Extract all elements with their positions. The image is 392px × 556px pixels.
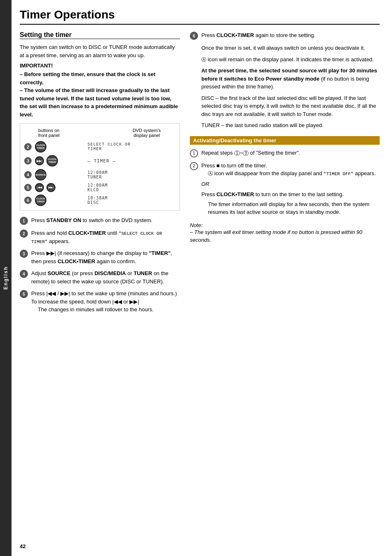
right-step-num-6: 6 bbox=[190, 32, 198, 40]
clock-timer-btn-2: CLOCKTIMER bbox=[35, 141, 46, 153]
step-num-2: 2 bbox=[20, 229, 28, 238]
important-block: IMPORTANT! – Before setting the timer, e… bbox=[20, 63, 180, 118]
diagram-row-3: 3 ▶▶| CLOCKTIMER – TIMER – bbox=[24, 155, 175, 167]
clock-timer-btn-3: CLOCKTIMER bbox=[46, 155, 58, 167]
source-btn: SOURCE bbox=[35, 169, 46, 181]
diagram-row-6: 6 CLOCKTIMER 10:38AMDISC bbox=[24, 195, 175, 206]
step-num-1: 1 bbox=[20, 217, 28, 225]
step-6-bold: At the preset time, the selected sound s… bbox=[201, 67, 380, 91]
search-fwd-btn: ▶▶| bbox=[46, 183, 55, 192]
note-text: – The system will exit timer setting mod… bbox=[190, 228, 380, 244]
step-text-5: Press |◀◀ / ▶▶| to set the wake up time … bbox=[31, 290, 180, 314]
diagram-row-2: 2 CLOCKTIMER SELECT CLOCK OR TIMER bbox=[24, 141, 175, 153]
search-bwd-btn: |◀◀ bbox=[35, 183, 44, 192]
main-content: Timer Operations Setting the timer The s… bbox=[12, 0, 392, 556]
step-item-3: 3 Press ▶▶| (if necessary) to change the… bbox=[20, 249, 180, 265]
step-text-3: Press ▶▶| (if necessary) to change the d… bbox=[31, 249, 180, 265]
right-column: 6 Press CLOCK•TIMER again to store the s… bbox=[190, 31, 380, 318]
act-step-num-2: 2 bbox=[190, 162, 198, 170]
act-step-2-or-sub2: The timer information will display for a… bbox=[208, 200, 380, 216]
step-text-1: Press STANDBY ON to switch on the DVD sy… bbox=[31, 216, 180, 225]
act-step-2-or-sub: Press CLOCK•TIMER to turn on the timer t… bbox=[201, 190, 380, 199]
step-item-2: 2 Press and hold CLOCK•TIMER until "SELE… bbox=[20, 229, 180, 245]
side-tab: English bbox=[0, 0, 12, 556]
diagram-right-label: DVD system's display panel bbox=[118, 128, 175, 138]
diagram-row-5: 5 |◀◀ ▶▶| 12:00AMKLCD bbox=[24, 183, 175, 192]
step-item-4: 4 Adjust SOURCE (or press DISC/MEDIA or … bbox=[20, 269, 180, 285]
diagram-buttons-5: |◀◀ ▶▶| bbox=[35, 183, 84, 192]
right-step-text-6: Press CLOCK•TIMER again to store the set… bbox=[201, 31, 380, 39]
step-6-tuner: TUNER – the last tuned radio station wil… bbox=[201, 121, 380, 130]
step-item-1: 1 Press STANDBY ON to switch on the DVD … bbox=[20, 216, 180, 225]
step-num-3: 3 bbox=[20, 250, 28, 258]
clock-timer-btn-6: CLOCKTIMER bbox=[35, 195, 46, 206]
diagram-box: buttons on front panel DVD system's disp… bbox=[20, 123, 180, 211]
diagram-left-label: buttons on front panel bbox=[24, 128, 74, 138]
or-text: OR bbox=[201, 180, 380, 188]
page-title: Timer Operations bbox=[20, 8, 380, 25]
activating-section: Activating/Deactivating the timer 1 Repe… bbox=[190, 136, 380, 244]
step-text-2: Press and hold CLOCK•TIMER until "SELECT… bbox=[31, 229, 180, 245]
act-step-2: 2 Press ■ to turn off the timer. Ⓐ icon … bbox=[190, 162, 380, 216]
right-step-6: 6 Press CLOCK•TIMER again to store the s… bbox=[190, 31, 380, 40]
step-num-5: 5 bbox=[20, 290, 28, 298]
step-item-5: 5 Press |◀◀ / ▶▶| to set the wake up tim… bbox=[20, 290, 180, 314]
diagram-buttons-4: SOURCE bbox=[35, 169, 84, 181]
step-6-disc: DISC – the first track of the last selec… bbox=[201, 94, 380, 118]
skip-fwd-btn: ▶▶| bbox=[35, 156, 44, 165]
display-text-6: 10:38AMDISC bbox=[88, 196, 145, 205]
display-text-2: SELECT CLOCK OR TIMER bbox=[88, 142, 145, 151]
act-step-2-sub: Ⓐ icon will disappear from the display p… bbox=[208, 169, 380, 178]
diagram-step-4: 4 bbox=[24, 171, 32, 178]
step-6-details: Once the timer is set, it will always sw… bbox=[201, 44, 380, 130]
intro-text: The system can switch on to DISC or TUNE… bbox=[20, 43, 180, 59]
setting-timer-heading: Setting the timer bbox=[20, 31, 180, 39]
note-block: Note: – The system will exit timer setti… bbox=[190, 222, 380, 244]
steps-list: 1 Press STANDBY ON to switch on the DVD … bbox=[20, 216, 180, 314]
diagram-buttons-3: ▶▶| CLOCKTIMER bbox=[35, 155, 84, 167]
display-text-5: 12:00AMKLCD bbox=[88, 183, 145, 192]
left-column: Setting the timer The system can switch … bbox=[20, 31, 180, 318]
display-text-4: 12:00AMTUNER bbox=[88, 170, 145, 179]
act-step-num-1: 1 bbox=[190, 149, 198, 158]
act-step-1: 1 Repeat steps 1~3 of "Setting the timer… bbox=[190, 149, 380, 158]
activating-heading: Activating/Deactivating the timer bbox=[190, 136, 380, 145]
diagram-step-3: 3 bbox=[24, 157, 32, 164]
act-step-text-1: Repeat steps 1~3 of "Setting the timer". bbox=[201, 149, 380, 157]
diagram-labels: buttons on front panel DVD system's disp… bbox=[24, 128, 175, 138]
language-label: English bbox=[3, 266, 9, 290]
step-6-icon-note: Ⓐ icon will remain on the display panel.… bbox=[201, 56, 380, 64]
important-label: IMPORTANT! bbox=[20, 63, 180, 69]
diagram-row-4: 4 SOURCE 12:00AMTUNER bbox=[24, 169, 175, 181]
act-step-text-2: Press ■ to turn off the timer. Ⓐ icon wi… bbox=[201, 162, 380, 216]
step-num-4: 4 bbox=[20, 270, 28, 278]
diagram-step-2: 2 bbox=[24, 143, 32, 151]
step-6-sub1: Once the timer is set, it will always sw… bbox=[201, 44, 380, 52]
display-text-3: – TIMER – bbox=[88, 158, 145, 164]
diagram-step-5: 5 bbox=[24, 184, 32, 191]
step-text-4: Adjust SOURCE (or press DISC/MEDIA or TU… bbox=[31, 269, 180, 285]
two-column-layout: Setting the timer The system can switch … bbox=[20, 31, 380, 318]
diagram-buttons-6: CLOCKTIMER bbox=[35, 195, 84, 206]
diagram-step-6: 6 bbox=[24, 197, 32, 204]
page-container: English Timer Operations Setting the tim… bbox=[0, 0, 392, 556]
note-label: Note: bbox=[190, 222, 380, 228]
page-number: 42 bbox=[20, 543, 25, 549]
diagram-buttons-2: CLOCKTIMER bbox=[35, 141, 84, 153]
important-text-1: – Before setting the timer, ensure that … bbox=[20, 70, 180, 86]
important-text-2: – The volume of the timer will increase … bbox=[20, 86, 180, 118]
